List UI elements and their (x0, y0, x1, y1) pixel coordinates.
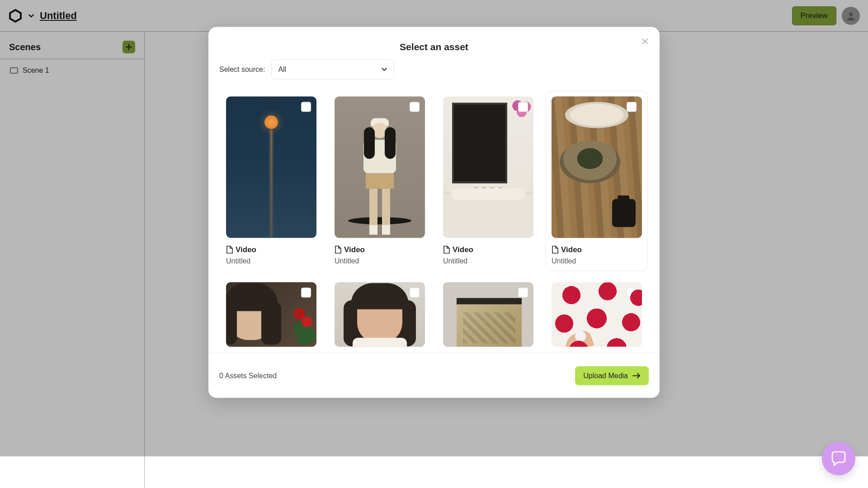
asset-title: Untitled (226, 257, 316, 265)
asset-checkbox[interactable] (518, 288, 528, 298)
modal-header: Select an asset (208, 27, 660, 54)
chat-icon (830, 450, 848, 468)
asset-checkbox[interactable] (301, 102, 311, 112)
source-select[interactable]: All (271, 60, 394, 80)
upload-media-label: Upload Media (583, 372, 628, 380)
asset-type: Video (443, 245, 533, 254)
file-icon (335, 246, 341, 254)
asset-grid-container: Video Untitled (208, 88, 660, 353)
close-icon (642, 38, 649, 45)
asset-card[interactable]: Video Untitled (443, 97, 533, 265)
source-label: Select source: (219, 66, 265, 74)
asset-checkbox[interactable] (518, 102, 528, 112)
modal-footer: 0 Assets Selected Upload Media (208, 353, 660, 398)
asset-thumbnail (443, 282, 533, 347)
asset-type-label: Video (236, 245, 256, 254)
asset-checkbox[interactable] (627, 288, 637, 298)
asset-card[interactable]: Video Untitled (226, 97, 316, 265)
file-icon (552, 246, 558, 254)
selected-count: 0 Assets Selected (219, 372, 277, 380)
asset-title: Untitled (552, 257, 642, 265)
asset-thumbnail (226, 282, 316, 347)
asset-type: Video (552, 245, 642, 254)
asset-card[interactable] (226, 282, 316, 347)
asset-card[interactable] (552, 282, 642, 347)
asset-type-label: Video (453, 245, 473, 254)
modal-title: Select an asset (219, 42, 649, 52)
asset-thumbnail (335, 282, 425, 347)
asset-thumbnail (552, 97, 642, 238)
file-icon (226, 246, 233, 254)
asset-card[interactable]: Video Untitled (335, 97, 425, 265)
asset-thumbnail (443, 97, 533, 238)
asset-grid: Video Untitled (219, 97, 649, 347)
asset-title: Untitled (335, 257, 425, 265)
asset-type: Video (226, 245, 316, 254)
asset-thumbnail (335, 97, 425, 238)
asset-checkbox[interactable] (410, 288, 420, 298)
asset-thumbnail (552, 282, 642, 347)
arrow-right-icon (632, 373, 641, 379)
asset-card[interactable] (335, 282, 425, 347)
asset-thumbnail (226, 97, 316, 238)
chat-fab[interactable] (822, 442, 855, 475)
source-select-value: All (278, 66, 286, 74)
asset-checkbox[interactable] (301, 288, 311, 298)
asset-card[interactable] (443, 282, 533, 347)
asset-picker-modal: Select an asset Select source: All (208, 27, 660, 398)
asset-card[interactable]: Video Untitled (546, 91, 647, 271)
upload-media-button[interactable]: Upload Media (575, 366, 649, 385)
asset-checkbox[interactable] (627, 102, 637, 112)
asset-type: Video (335, 245, 425, 254)
asset-title: Untitled (443, 257, 533, 265)
asset-type-label: Video (561, 245, 582, 254)
source-row: Select source: All (208, 54, 660, 88)
file-icon (443, 246, 450, 254)
asset-checkbox[interactable] (410, 102, 420, 112)
asset-type-label: Video (344, 245, 365, 254)
close-button[interactable] (639, 35, 651, 48)
modal-overlay[interactable]: Select an asset Select source: All (0, 0, 868, 456)
chevron-down-icon (381, 66, 387, 73)
